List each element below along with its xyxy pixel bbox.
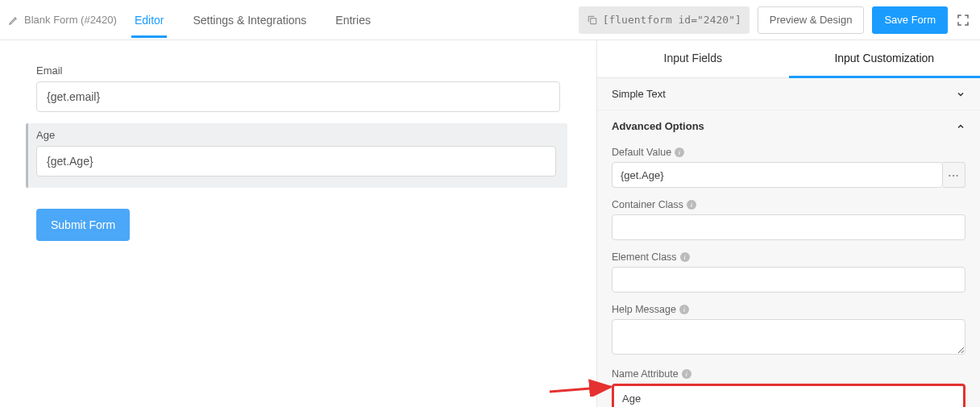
- sidebar: Input Fields Input Customization Simple …: [596, 40, 980, 407]
- pencil-icon: [8, 15, 19, 26]
- form-title-wrap[interactable]: Blank Form (#2420): [8, 14, 117, 26]
- form-canvas: Email Age Submit Form: [0, 40, 596, 407]
- opt-element-class-label: Element Class: [612, 251, 677, 263]
- opt-element-class: Element Class i: [612, 251, 965, 293]
- preview-design-button[interactable]: Preview & Design: [758, 6, 865, 34]
- container-class-input[interactable]: [612, 214, 965, 240]
- opt-container-class: Container Class i: [612, 199, 965, 240]
- help-message-input[interactable]: [612, 319, 965, 355]
- field-email[interactable]: Email: [36, 64, 584, 112]
- opt-container-class-label: Container Class: [612, 199, 683, 210]
- sidebar-tab-input-customization[interactable]: Input Customization: [789, 40, 981, 78]
- chevron-up-icon: [956, 122, 965, 131]
- shortcode-box[interactable]: [fluentform id="2420"]: [579, 6, 750, 34]
- sidebar-tab-input-fields[interactable]: Input Fields: [597, 40, 789, 78]
- opt-name-attribute: Name Attribute i: [612, 368, 965, 407]
- field-label-email: Email: [36, 64, 584, 77]
- svg-rect-0: [590, 18, 596, 23]
- smartcode-picker-button[interactable]: ···: [943, 162, 965, 188]
- info-icon[interactable]: i: [679, 305, 689, 314]
- tab-settings[interactable]: Settings & Integrations: [189, 2, 309, 38]
- section-advanced-options[interactable]: Advanced Options: [597, 110, 980, 142]
- submit-button[interactable]: Submit Form: [36, 209, 130, 241]
- section-advanced-label: Advanced Options: [612, 120, 704, 132]
- form-title: Blank Form (#2420): [24, 14, 117, 26]
- field-age[interactable]: Age: [26, 123, 567, 188]
- chevron-down-icon: [956, 89, 965, 99]
- opt-default-value: Default Value i ···: [612, 147, 965, 188]
- fullscreen-icon[interactable]: [956, 13, 970, 27]
- opt-name-attribute-label: Name Attribute: [612, 368, 679, 380]
- opt-default-value-label: Default Value: [612, 147, 671, 158]
- field-input-email[interactable]: [36, 81, 560, 112]
- field-input-age[interactable]: [36, 146, 556, 177]
- info-icon[interactable]: i: [680, 252, 690, 262]
- opt-help-message: Help Message i: [612, 304, 965, 357]
- element-class-input[interactable]: [612, 267, 965, 293]
- shortcode-text: [fluentform id="2420"]: [603, 14, 741, 26]
- tab-entries[interactable]: Entries: [332, 2, 374, 38]
- copy-icon: [587, 15, 598, 26]
- name-attribute-input[interactable]: [612, 384, 965, 407]
- section-simple-text-label: Simple Text: [612, 88, 666, 100]
- default-value-input[interactable]: [612, 162, 943, 188]
- info-icon[interactable]: i: [675, 147, 684, 157]
- header-tabs: Editor Settings & Integrations Entries: [131, 2, 374, 38]
- save-form-button[interactable]: Save Form: [872, 6, 948, 34]
- opt-help-message-label: Help Message: [612, 304, 676, 315]
- info-icon[interactable]: i: [682, 369, 691, 379]
- section-simple-text[interactable]: Simple Text: [597, 78, 980, 110]
- info-icon[interactable]: i: [687, 200, 696, 210]
- field-label-age: Age: [36, 129, 559, 141]
- tab-editor[interactable]: Editor: [131, 2, 168, 38]
